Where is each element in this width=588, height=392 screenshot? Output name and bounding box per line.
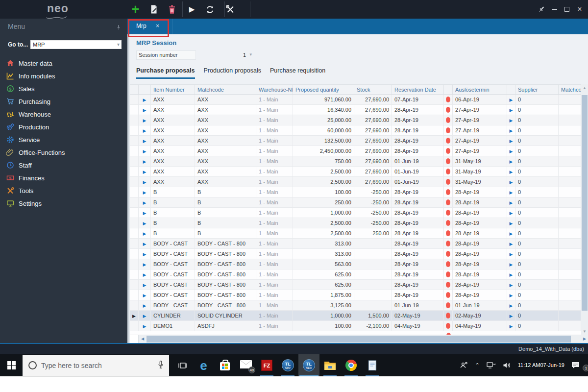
expand-row-cell[interactable]: ▶ xyxy=(139,187,151,197)
supplier-drilldown-cell[interactable]: ▶ xyxy=(507,218,515,228)
taskbar-app-mail[interactable]: 40 xyxy=(235,354,256,376)
taskbar-app-filezilla[interactable]: FZ xyxy=(256,354,277,376)
search-input[interactable] xyxy=(41,355,149,376)
restore-button[interactable] xyxy=(561,0,573,19)
supplier-drilldown-cell[interactable]: ▶ xyxy=(507,311,515,321)
expand-row-cell[interactable]: ▶ xyxy=(139,290,151,300)
expand-row-cell[interactable]: ▶ xyxy=(139,259,151,270)
taskbar-app-tl-neo[interactable]: TLNEO xyxy=(298,354,319,376)
expand-row-cell[interactable]: ▶ xyxy=(139,146,151,156)
action-center-button[interactable]: 1 xyxy=(567,361,586,369)
column-header-proposed-quantity[interactable]: Proposed quantity xyxy=(293,85,354,94)
expand-row-cell[interactable]: ▶ xyxy=(139,280,151,290)
expand-row-cell[interactable]: ▶ xyxy=(139,300,151,311)
supplier-drilldown-cell[interactable]: ▶ xyxy=(507,208,515,218)
vertical-scrollbar[interactable]: ▲ ▼ xyxy=(581,84,588,335)
sidebar-item-production[interactable]: Production xyxy=(0,121,127,133)
supplier-drilldown-cell[interactable]: ▶ xyxy=(507,95,515,105)
column-header-warehouse-nbr[interactable]: Warehouse-Nbr xyxy=(256,85,293,94)
expand-row-cell[interactable]: ▶ xyxy=(139,156,151,167)
table-row[interactable]: ▶BB1 - Main2,500.00-250.0028-Apr-1928-Ap… xyxy=(130,228,581,239)
sidebar-item-tools[interactable]: Tools xyxy=(0,184,127,197)
column-header-matchcode[interactable]: Matchcode xyxy=(559,85,581,94)
people-icon[interactable] xyxy=(456,361,472,369)
table-row[interactable]: ▶BB1 - Main100.00-250.0028-Apr-1928-Apr-… xyxy=(130,187,581,197)
column-header-supplier[interactable]: Supplier xyxy=(515,85,559,94)
supplier-drilldown-cell[interactable]: ▶ xyxy=(507,146,515,156)
table-row[interactable]: ▶BB1 - Main2,500.00-250.0028-Apr-1928-Ap… xyxy=(130,218,581,228)
start-button[interactable] xyxy=(0,354,23,376)
table-row[interactable]: ▶AXXAXX1 - Main2,500.0027,690.0001-Jun-1… xyxy=(130,167,581,177)
horizontal-scroll-thumb[interactable] xyxy=(147,336,571,343)
tab-purchase-requisition[interactable]: Purchase requisition xyxy=(270,67,325,79)
taskbar-app-tl-srv[interactable]: TLSRV xyxy=(277,354,298,376)
supplier-drilldown-cell[interactable]: ▶ xyxy=(507,156,515,167)
expand-row-cell[interactable]: ▶ xyxy=(139,228,151,239)
expand-row-cell[interactable]: ▶ xyxy=(139,311,151,321)
supplier-drilldown-cell[interactable]: ▶ xyxy=(507,136,515,146)
sidebar-item-staff[interactable]: Staff xyxy=(0,159,127,172)
supplier-drilldown-cell[interactable]: ▶ xyxy=(507,249,515,259)
volume-icon[interactable] xyxy=(499,362,515,369)
show-hidden-icons-chevron[interactable]: ⌃ xyxy=(472,362,483,368)
goto-combobox[interactable]: MRP ▾ xyxy=(30,40,122,49)
taskbar-app-notepad[interactable] xyxy=(362,354,383,376)
sidebar-item-settings[interactable]: Settings xyxy=(0,197,127,210)
table-row[interactable]: ▶BODY - CASTBODY - CAST - 8001 - Main313… xyxy=(130,239,581,249)
sidebar-item-purchasing[interactable]: Purchasing xyxy=(0,95,127,108)
tools-button[interactable] xyxy=(221,0,239,19)
supplier-drilldown-cell[interactable]: ▶ xyxy=(507,105,515,115)
tab-mrp[interactable]: Mrp × xyxy=(128,19,172,34)
expand-row-cell[interactable]: ▶ xyxy=(139,239,151,249)
expand-row-cell[interactable]: ▶ xyxy=(139,105,151,115)
supplier-drilldown-cell[interactable]: ▶ xyxy=(507,228,515,239)
expand-row-cell[interactable]: ▶ xyxy=(139,208,151,218)
sidebar-item-master-data[interactable]: Master data xyxy=(0,57,127,70)
sidebar-item-finances[interactable]: $Finances xyxy=(0,172,127,184)
supplier-drilldown-cell[interactable]: ▶ xyxy=(507,280,515,290)
task-view-button[interactable] xyxy=(172,354,193,376)
column-header-reservation-date[interactable]: Reservation Date xyxy=(392,85,444,94)
column-header-ausl-setermin[interactable]: Auslösetermin xyxy=(453,85,507,94)
scroll-right-icon[interactable]: ▶ xyxy=(581,335,588,343)
supplier-drilldown-cell[interactable]: ▶ xyxy=(507,290,515,300)
taskbar-app-edge[interactable]: e xyxy=(193,354,214,376)
expand-row-cell[interactable]: ▶ xyxy=(139,95,151,105)
refresh-button[interactable] xyxy=(201,0,219,19)
sidebar-item-office-functions[interactable]: Office-Functions xyxy=(0,146,127,159)
scroll-up-icon[interactable]: ▲ xyxy=(581,84,588,92)
supplier-drilldown-cell[interactable]: ▶ xyxy=(507,300,515,311)
session-number-field[interactable]: 1 ▾ xyxy=(196,50,254,60)
supplier-drilldown-cell[interactable]: ▶ xyxy=(507,177,515,187)
expand-row-cell[interactable]: ▶ xyxy=(139,125,151,136)
clock[interactable]: 11:12 AM 07-Jun-19 xyxy=(515,362,567,368)
table-row[interactable]: ▶AXXAXX1 - Main132,500.0027,690.0028-Apr… xyxy=(130,136,581,146)
add-button[interactable]: + xyxy=(126,0,145,19)
table-row[interactable]: ▶BODY - CASTBODY - CAST - 8001 - Main563… xyxy=(130,259,581,270)
supplier-drilldown-cell[interactable]: ▶ xyxy=(507,259,515,270)
column-header-stock[interactable]: Stock xyxy=(354,85,392,94)
table-row[interactable]: ▶AXXAXX1 - Main2,500.0027,690.0001-Jun-1… xyxy=(130,177,581,187)
supplier-drilldown-cell[interactable]: ▶ xyxy=(507,125,515,136)
expand-row-cell[interactable]: ▶ xyxy=(139,197,151,208)
vertical-scroll-thumb[interactable] xyxy=(582,95,588,311)
close-button[interactable]: × xyxy=(573,0,586,19)
sidebar-item-info-modules[interactable]: Info modules xyxy=(0,70,127,82)
table-row[interactable]: ▶BODY - CASTBODY - CAST - 8001 - Main3,1… xyxy=(130,300,581,311)
edit-document-button[interactable] xyxy=(145,0,163,19)
table-row[interactable]: ▶DEMO1ASDFJ1 - Main100.00-2,100.0004-May… xyxy=(130,321,581,331)
sidebar-item-sales[interactable]: $Sales xyxy=(0,82,127,95)
sidebar-item-warehouse[interactable]: Warehouse xyxy=(0,108,127,121)
horizontal-scrollbar[interactable]: ◀ ▶ xyxy=(130,335,588,343)
expand-row-cell[interactable]: ▶ xyxy=(139,115,151,125)
table-row[interactable]: ▶AXXAXX1 - Main2,450,000.0027,690.0028-A… xyxy=(130,146,581,156)
supplier-drilldown-cell[interactable]: ▶ xyxy=(507,167,515,177)
supplier-drilldown-cell[interactable]: ▶ xyxy=(507,270,515,280)
expand-row-cell[interactable]: ▶ xyxy=(139,136,151,146)
delete-button[interactable] xyxy=(163,0,181,19)
network-icon[interactable] xyxy=(483,362,499,369)
tab-close-icon[interactable]: × xyxy=(156,23,159,29)
table-row[interactable]: ▶BB1 - Main1,000.00-250.0028-Apr-1928-Ap… xyxy=(130,208,581,218)
table-row[interactable]: ▶BODY - CASTBODY - CAST - 8001 - Main625… xyxy=(130,270,581,280)
pin-window-button[interactable] xyxy=(535,0,548,19)
